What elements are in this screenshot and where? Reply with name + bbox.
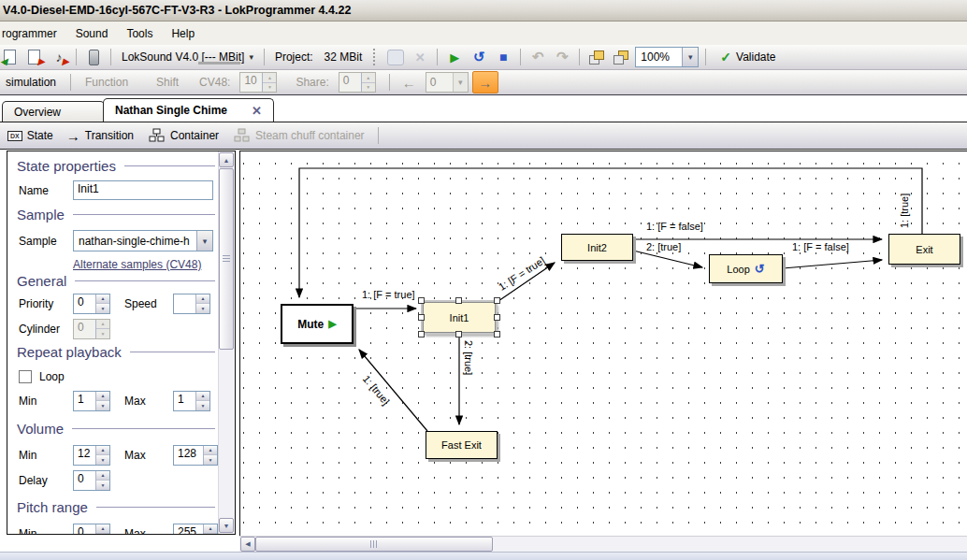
- panel-scrollbar[interactable]: ▲ ▼: [218, 151, 235, 534]
- priority-stepper[interactable]: 0 ▲▼: [73, 294, 110, 314]
- menu-sound[interactable]: Sound: [67, 24, 119, 43]
- sample-dropdown[interactable]: nathan-single-chime-h ▾: [73, 230, 213, 251]
- resize-handle[interactable]: [418, 331, 425, 337]
- pitch-max-label: Max: [124, 527, 173, 535]
- scrollbar-thumb[interactable]: [255, 537, 493, 552]
- state-label: Init2: [587, 242, 607, 253]
- spin-down-icon: ▼: [96, 304, 109, 313]
- state-label: Exit: [916, 244, 932, 255]
- separator: [437, 49, 438, 65]
- zoom-in-button[interactable]: [586, 48, 607, 66]
- loop-checkbox[interactable]: [19, 370, 32, 383]
- alternate-samples-link[interactable]: Alternate samples (CV48): [73, 258, 201, 271]
- tab-strip: Overview Nathan Single Chime ✕: [0, 95, 967, 122]
- spin-down-icon: ▼: [196, 304, 209, 313]
- state-node-init2[interactable]: Init2: [561, 234, 633, 261]
- cv48-stepper-disabled: 10 ▲▼: [239, 72, 277, 93]
- menu-help[interactable]: Help: [163, 24, 205, 43]
- resize-handle[interactable]: [494, 331, 500, 337]
- project-label: Project:: [271, 50, 317, 64]
- spin-up-icon: ▲: [96, 392, 109, 402]
- volume-max-stepper[interactable]: 128 ▲▼: [173, 445, 218, 466]
- tab-nathan-single-chime[interactable]: Nathan Single Chime ✕: [103, 98, 274, 122]
- toolbar-grip[interactable]: [373, 49, 378, 65]
- programmer-device-button[interactable]: [83, 48, 104, 66]
- pitch-min-stepper[interactable]: 0 ▲▼: [73, 524, 110, 535]
- speed-label: Speed: [124, 297, 173, 310]
- step-forward-button[interactable]: →: [472, 71, 498, 93]
- resize-handle[interactable]: [494, 314, 500, 321]
- menu-tools[interactable]: Tools: [118, 24, 163, 43]
- scrollbar-thumb[interactable]: [219, 168, 234, 350]
- scroll-left-icon[interactable]: ◀: [240, 537, 255, 552]
- separator: [389, 74, 390, 91]
- state-node-mute[interactable]: Mute ▶: [281, 304, 354, 344]
- play-button[interactable]: ▶: [444, 48, 465, 66]
- stop-button[interactable]: ■: [493, 48, 513, 66]
- scroll-down-icon[interactable]: ▼: [219, 518, 234, 533]
- transition-label-loop-exit: 1: [F = false]: [792, 241, 849, 252]
- close-tab-icon[interactable]: ✕: [252, 104, 262, 118]
- add-state-button[interactable]: DX State: [7, 129, 53, 142]
- tab-overview[interactable]: Overview: [2, 101, 105, 122]
- repeat-max-label: Max: [124, 395, 173, 408]
- spin-down-icon: ▼: [96, 329, 109, 338]
- spin-down-icon: ▼: [96, 455, 109, 465]
- resize-handle[interactable]: [418, 297, 425, 304]
- transition-label-init1-fastexit: 2: [true]: [463, 340, 474, 375]
- repeat-max-stepper[interactable]: 1 ▲▼: [173, 391, 210, 411]
- speed-stepper[interactable]: ▲▼: [173, 294, 210, 314]
- resize-handle[interactable]: [455, 331, 462, 337]
- zoom-out-button[interactable]: [611, 48, 631, 66]
- menu-bar: rogrammer Sound Tools Help: [0, 22, 967, 45]
- repeat-min-value: 1: [74, 392, 95, 410]
- zoom-level-dropdown[interactable]: 100% ▾: [635, 47, 699, 67]
- refresh-button[interactable]: ↺: [469, 48, 489, 66]
- spin-up-icon: ▲: [96, 446, 109, 456]
- canvas-horizontal-scrollbar[interactable]: ◀: [239, 536, 967, 553]
- export-sound-button[interactable]: ♪ ▶: [49, 48, 69, 66]
- export-project-button[interactable]: ▶: [24, 48, 45, 66]
- add-container-button[interactable]: Container: [149, 128, 219, 143]
- state-node-init1[interactable]: Init1: [423, 302, 496, 333]
- loop-icon: ↺: [755, 262, 765, 276]
- resize-handle[interactable]: [455, 297, 462, 304]
- state-label: Mute: [297, 318, 324, 331]
- simulation-toolbar: simulation Function Shift CV48: 10 ▲▼ Sh…: [0, 70, 967, 95]
- resize-handle[interactable]: [418, 314, 425, 321]
- separator: [76, 49, 77, 65]
- spin-down-icon: ▼: [96, 481, 109, 490]
- import-project-button[interactable]: ◀: [0, 48, 21, 66]
- separator: [520, 49, 521, 65]
- scroll-up-icon[interactable]: ▲: [219, 152, 234, 167]
- delay-stepper[interactable]: 0 ▲▼: [73, 470, 110, 491]
- cylinder-label: Cylinder: [19, 323, 73, 336]
- add-transition-button[interactable]: → Transition: [66, 128, 134, 144]
- pitch-min-label: Min: [19, 527, 73, 535]
- resize-handle[interactable]: [494, 297, 500, 304]
- state-diagram-canvas[interactable]: 1: [true] 1: [F = true] 1: [F = true] 1:…: [239, 151, 967, 536]
- cv48-value: 10: [240, 73, 262, 92]
- volume-max-label: Max: [124, 449, 173, 462]
- validate-button[interactable]: ✓ Validate: [713, 50, 783, 65]
- state-label: Init1: [450, 312, 469, 323]
- step-value: 0: [426, 76, 453, 89]
- spin-down-icon: ▼: [196, 401, 209, 410]
- decoder-type-dropdown[interactable]: LokSound V4.0 [--- MBit] ▾: [118, 50, 257, 64]
- cv48-label: CV48:: [194, 76, 236, 89]
- share-value: 0: [339, 73, 361, 92]
- state-properties-panel: State properties Name Init1 Sample Sampl…: [7, 151, 236, 535]
- name-field[interactable]: Init1: [73, 180, 213, 200]
- tab-overview-label: Overview: [14, 106, 61, 119]
- import-arrow-icon: ◀: [0, 57, 7, 66]
- undo-button-disabled: ↶: [527, 48, 548, 66]
- state-node-fast-exit[interactable]: Fast Exit: [426, 431, 498, 459]
- spin-down-icon: ▼: [362, 83, 375, 93]
- pitch-max-value: 255: [174, 524, 203, 535]
- state-node-exit[interactable]: Exit: [888, 234, 960, 265]
- volume-min-stepper[interactable]: 12 ▲▼: [73, 445, 110, 466]
- pitch-max-stepper[interactable]: 255 ▲▼: [173, 524, 218, 535]
- menu-programmer[interactable]: rogrammer: [0, 24, 67, 43]
- state-node-loop[interactable]: Loop ↺: [709, 254, 783, 283]
- repeat-min-stepper[interactable]: 1 ▲▼: [73, 391, 110, 411]
